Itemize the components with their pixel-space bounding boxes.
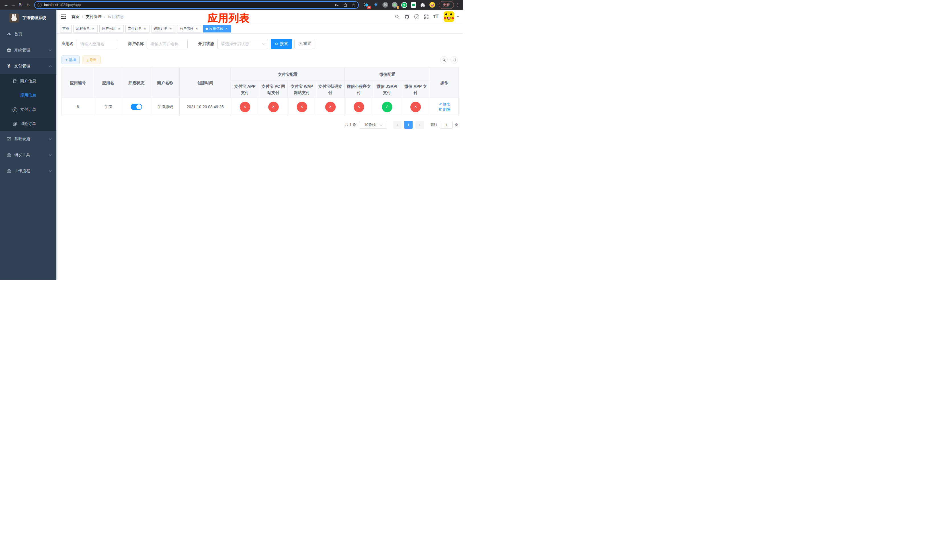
extension-recorder-icon[interactable]: 1 <box>392 2 398 8</box>
sidebar-logo-row[interactable]: 芋道管理系统 <box>0 10 56 26</box>
user-menu-caret-icon[interactable] <box>457 16 459 18</box>
browser-back-button[interactable]: ← <box>2 1 10 9</box>
show-search-toggle-button[interactable] <box>440 56 448 64</box>
goto-label: 前往 <box>430 122 438 127</box>
extension-kite-icon[interactable] <box>373 2 379 8</box>
col-wx-jsapi: 微信 JSAPI 支付 <box>373 81 401 98</box>
sidebar-item-label: 工作流程 <box>14 168 30 174</box>
col-status: 开启状态 <box>122 68 151 98</box>
breadcrumb: 首页 / 支付管理 / 应用信息 <box>71 14 124 20</box>
payment-submenu: 商户信息 应用信息 ¥ 支付订单 退款订单 <box>0 74 56 131</box>
extension-blue-diamond-icon[interactable]: 10 <box>363 2 369 8</box>
sidebar-item-merchant-info[interactable]: 商户信息 <box>0 74 56 88</box>
sidebar-item-label: 应用信息 <box>20 93 36 98</box>
site-info-icon[interactable]: i <box>38 3 42 7</box>
sidebar-item-label: 系统管理 <box>14 48 30 53</box>
sidebar-item-app-info[interactable]: 应用信息 <box>0 88 56 103</box>
close-icon[interactable]: × <box>143 27 147 31</box>
browser-reload-button[interactable]: ↻ <box>17 1 24 9</box>
extension-y-icon[interactable]: y <box>401 2 407 8</box>
alipay-app-status-icon: × <box>240 102 250 112</box>
url-host: localhost <box>44 3 58 7</box>
sidebar-collapse-icon[interactable] <box>61 14 67 20</box>
search-button[interactable]: 搜索 <box>271 39 292 49</box>
chrome-update-button[interactable]: 更新 <box>439 1 454 9</box>
sidebar-item-infra[interactable]: 基础设施 <box>0 131 56 147</box>
col-app-name: 应用名 <box>94 68 122 98</box>
extensions-puzzle-icon[interactable] <box>420 2 426 8</box>
github-icon[interactable] <box>402 12 412 22</box>
browser-forward-button[interactable]: → <box>10 1 17 9</box>
tag-pay-order[interactable]: 支付订单× <box>125 25 150 32</box>
browser-menu-icon[interactable]: ⋮ <box>455 2 460 8</box>
apps-table: 应用编号 应用名 开启状态 商户名称 创建时间 支付宝配置 微信配置 操作 支付… <box>62 68 458 116</box>
help-icon[interactable]: ? <box>412 12 421 22</box>
extension-chat-icon[interactable] <box>410 2 416 8</box>
wechat-app-status-icon: × <box>410 102 421 112</box>
delete-link[interactable]: 删除 <box>439 107 451 112</box>
status-select[interactable]: 请选择开启状态 <box>217 39 268 49</box>
close-icon[interactable]: × <box>195 27 199 31</box>
status-select-placeholder: 请选择开启状态 <box>221 41 249 47</box>
browser-toolbar: ← → ↻ ⌂ i localhost:1024/pay/app ☆ 10 ⌘ … <box>0 0 463 10</box>
wechat-mini-status-icon: × <box>354 102 364 112</box>
bookmark-star-icon[interactable]: ☆ <box>352 3 356 7</box>
extension-emoji-icon[interactable] <box>429 2 436 8</box>
sidebar-item-home[interactable]: 首页 <box>0 26 56 42</box>
page-number-1[interactable]: 1 <box>404 121 413 129</box>
edit-link[interactable]: ✎修改 <box>439 102 450 107</box>
sidebar-item-system[interactable]: 系统管理 <box>0 42 56 58</box>
password-key-icon[interactable] <box>334 3 339 7</box>
browser-home-button[interactable]: ⌂ <box>24 1 32 9</box>
breadcrumb-home[interactable]: 首页 <box>71 14 79 20</box>
tag-refund-order[interactable]: 退款订单× <box>151 25 176 32</box>
sidebar-item-payment[interactable]: ¥ 支付管理 <box>0 58 56 74</box>
col-alipay-wap: 支付宝 WAP 网站支付 <box>288 81 316 98</box>
close-icon[interactable]: × <box>224 27 228 31</box>
prev-page-button[interactable]: ‹ <box>393 121 401 129</box>
tag-process-form[interactable]: 流程表单× <box>73 25 98 32</box>
gear-icon <box>6 48 11 53</box>
sidebar-item-label: 商户信息 <box>20 79 36 84</box>
address-bar[interactable]: i localhost:1024/pay/app ☆ <box>34 1 359 9</box>
fullscreen-icon[interactable] <box>421 12 431 22</box>
reset-button[interactable]: 重置 <box>294 39 315 49</box>
page-content: 应用名 商户名称 开启状态 请选择开启状态 搜索 重置 <box>56 33 463 280</box>
breadcrumb-payment[interactable]: 支付管理 <box>86 14 101 20</box>
page-size-select[interactable]: 10条/页 <box>359 121 387 129</box>
tag-user-group[interactable]: 用户分组× <box>99 25 124 32</box>
goto-page-input[interactable] <box>440 121 453 129</box>
documents-icon <box>12 121 17 127</box>
sidebar-item-workflow[interactable]: 工作流程 <box>0 163 56 179</box>
add-button[interactable]: + 新增 <box>62 56 80 64</box>
grid-table-icon <box>12 93 17 98</box>
cell-created-at: 2021-10-23 08:49:25 <box>180 98 231 116</box>
sidebar-item-label: 研发工具 <box>14 152 30 157</box>
sidebar-item-refund-order[interactable]: 退款订单 <box>0 117 56 131</box>
sidebar-item-pay-order[interactable]: ¥ 支付订单 <box>0 103 56 117</box>
extension-command-icon[interactable]: ⌘ <box>382 2 388 8</box>
refresh-table-button[interactable] <box>451 56 458 64</box>
url-path: :1024/pay/app <box>58 3 80 7</box>
col-created: 创建时间 <box>180 68 231 98</box>
col-alipay-qr: 支付宝扫码支付 <box>316 81 345 98</box>
close-icon[interactable]: × <box>91 27 95 31</box>
next-page-button[interactable]: › <box>415 121 424 129</box>
sidebar-item-dev-tools[interactable]: 研发工具 <box>0 147 56 163</box>
close-icon[interactable]: × <box>169 27 173 31</box>
tag-home[interactable]: 首页 <box>60 25 72 32</box>
merchant-name-input[interactable] <box>147 39 188 49</box>
share-icon[interactable] <box>343 3 347 7</box>
tag-merchant-info[interactable]: 商户信息× <box>177 25 201 32</box>
col-alipay-pc: 支付宝 PC 网站支付 <box>259 81 288 98</box>
export-button[interactable]: ↓ 导出 <box>83 56 100 64</box>
app-name-input[interactable] <box>77 39 117 49</box>
header-search-icon[interactable] <box>392 12 402 22</box>
enabled-toggle[interactable] <box>131 104 142 110</box>
sidebar-item-label: 支付管理 <box>14 64 30 69</box>
monitor-check-icon <box>6 136 11 142</box>
font-size-icon[interactable]: TT <box>431 12 441 22</box>
tag-app-info[interactable]: 应用信息× <box>203 25 231 32</box>
close-icon[interactable]: × <box>117 27 121 31</box>
user-avatar[interactable] <box>443 11 454 22</box>
